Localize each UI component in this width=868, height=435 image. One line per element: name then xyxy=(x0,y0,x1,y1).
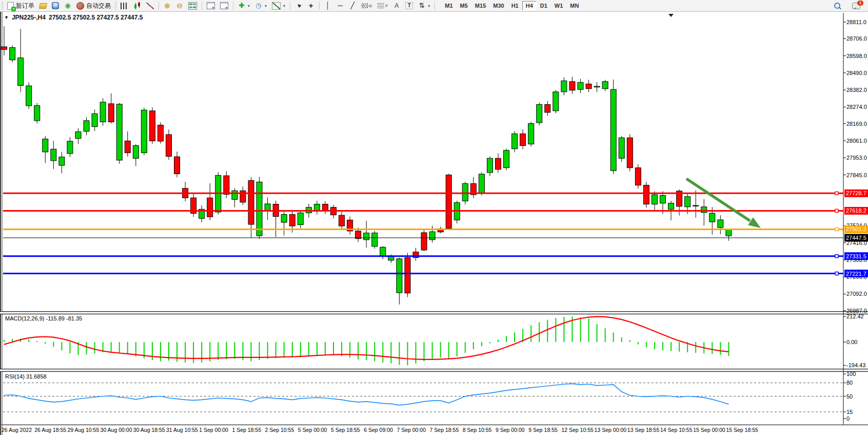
timeframe-button-m5[interactable]: M5 xyxy=(457,1,471,10)
candle xyxy=(528,122,534,147)
arrows-button[interactable]: ⇅▾ xyxy=(416,1,432,11)
timeframe-button-mn[interactable]: MN xyxy=(566,1,582,10)
chart-window: ▼ JPN225-,H4 27502.5 27502.5 27427.5 274… xyxy=(0,11,868,435)
text-button[interactable]: A xyxy=(390,1,403,11)
price-tick-label: 28598.0 xyxy=(846,53,867,59)
arrange-charts-button[interactable] xyxy=(204,1,218,11)
candle xyxy=(10,45,15,63)
channel-button[interactable]: E xyxy=(359,1,374,11)
candle xyxy=(635,164,641,188)
rsi-indicator-label: RSI(14) 31.6858 xyxy=(5,373,47,380)
timeframe-button-w1[interactable]: W1 xyxy=(551,1,567,10)
timeframe-button-m15[interactable]: M15 xyxy=(471,1,489,10)
indicators-button[interactable]: ▾ xyxy=(269,1,288,11)
candle xyxy=(405,253,410,297)
time-axis-label: 31 Aug 10:55 xyxy=(166,427,198,433)
gold-cube-icon xyxy=(39,3,47,9)
new-chart-button[interactable]: ✚▾ xyxy=(235,1,252,11)
candle xyxy=(619,136,624,162)
fibonacci-button[interactable]: F xyxy=(374,1,390,11)
toolbar-separator xyxy=(319,2,320,10)
toolbar-grip xyxy=(114,2,117,10)
step-forward-button[interactable] xyxy=(218,1,231,11)
notification-badge: 1 xyxy=(857,1,863,6)
community-button[interactable] xyxy=(49,1,62,11)
line-endpoint-marker xyxy=(835,192,838,195)
caret-down-icon: ▾ xyxy=(248,4,250,8)
price-badge-text: 27501.2 xyxy=(846,226,866,232)
cursor-button[interactable]: ► xyxy=(292,1,305,11)
market-button[interactable] xyxy=(37,1,49,11)
signals-button[interactable]: ◉ xyxy=(62,1,74,11)
vertical-line-icon: │ xyxy=(324,2,331,10)
time-axis-label: 9 Sep 18:55 xyxy=(528,427,558,433)
new-order-button[interactable]: + 新订单 xyxy=(5,1,37,11)
auto-trading-button[interactable]: 自动交易 xyxy=(74,1,113,11)
caret-down-icon: ▾ xyxy=(428,4,430,8)
time-axis-label: 29 Aug 10:55 xyxy=(67,427,99,433)
macd-indicator-label: MACD(12,26,9) -115.89 -81.35 xyxy=(5,315,82,321)
candle xyxy=(157,122,163,144)
time-axis-label: 12 Sep 10:55 xyxy=(561,427,594,433)
timeframe-button-h4[interactable]: H4 xyxy=(522,1,537,10)
zoom-out-button[interactable]: ⊖ xyxy=(173,1,186,11)
candle xyxy=(149,107,155,144)
new-order-icon: + xyxy=(7,2,14,10)
chart-dropdown-icon[interactable]: ▼ xyxy=(4,15,9,20)
candlestick-chart-button[interactable] xyxy=(131,1,144,11)
candle xyxy=(479,172,484,196)
candle xyxy=(26,82,32,109)
candle xyxy=(553,90,559,114)
time-axis-label: 1 Sep 00:00 xyxy=(199,427,228,433)
arrows-icon: ⇅ xyxy=(418,2,425,10)
notifications-button[interactable]: 1 xyxy=(850,1,863,11)
toolbar-separator xyxy=(159,2,159,10)
zoom-in-button[interactable]: ⊕ xyxy=(161,1,173,11)
horizontal-line-button[interactable]: ─ xyxy=(334,1,346,11)
toolbar-separator xyxy=(435,2,435,10)
vertical-line-button[interactable]: │ xyxy=(322,1,334,11)
time-axis-label: 7 Sep 00:00 xyxy=(397,427,426,433)
person-icon xyxy=(52,2,59,9)
price-tick-label: 28490.0 xyxy=(846,70,867,76)
auto-trading-label: 自动交易 xyxy=(86,2,111,10)
channel-icon xyxy=(361,3,368,8)
toolbar-separator xyxy=(233,2,233,10)
indicators-icon xyxy=(272,2,281,10)
time-axis-label: 5 Sep 00:00 xyxy=(298,427,327,433)
time-axis-label: 5 Sep 18:55 xyxy=(331,427,360,433)
channel-sub-label: E xyxy=(369,4,372,8)
text-label-button[interactable]: T xyxy=(403,1,416,11)
rsi-tick-label: 0 xyxy=(846,415,850,422)
price-chart-canvas: MACD(12,26,9) -115.89 -81.35RSI(14) 31.6… xyxy=(0,11,868,435)
price-badge-text: 27221.7 xyxy=(846,271,866,277)
rsi-tick-label: 100 xyxy=(846,371,856,377)
rsi-tick-label: 15 xyxy=(846,409,853,415)
time-axis-label: 30 Aug 00:00 xyxy=(101,427,132,433)
bar-chart-button[interactable] xyxy=(118,1,131,11)
rsi-tick-label: 80 xyxy=(846,380,853,386)
line-endpoint-marker xyxy=(835,228,838,231)
zoom-in-icon: ⊕ xyxy=(164,2,171,10)
price-badge-text: 27447.5 xyxy=(846,235,866,241)
caret-down-icon: ▾ xyxy=(283,4,285,8)
time-axis-label: 14 Sep 10:55 xyxy=(660,427,693,433)
line-chart-button[interactable] xyxy=(144,1,156,11)
timeframe-button-m30[interactable]: M30 xyxy=(489,1,507,10)
time-axis-label: 13 Sep 18:55 xyxy=(627,427,660,433)
timeframe-button-d1[interactable]: D1 xyxy=(537,1,551,10)
bar-chart-icon xyxy=(121,3,128,9)
toolbar-separator xyxy=(202,2,202,10)
candle xyxy=(537,103,542,125)
macd-tick-label: 212.42 xyxy=(846,313,864,319)
timeframe-group: M1M5M15M30H1H4D1W1MN xyxy=(441,1,582,10)
periods-button[interactable]: ◷▾ xyxy=(252,1,269,11)
tile-windows-button[interactable] xyxy=(186,1,200,11)
timeframe-button-m1[interactable]: M1 xyxy=(441,1,456,10)
toolbar-right-group: 1 xyxy=(832,1,868,11)
timeframe-button-h1[interactable]: H1 xyxy=(508,1,522,10)
tile-windows-icon xyxy=(188,2,197,10)
search-button[interactable] xyxy=(832,1,844,11)
crosshair-button[interactable]: + xyxy=(305,1,317,11)
trendline-button[interactable]: ╱ xyxy=(346,1,359,11)
